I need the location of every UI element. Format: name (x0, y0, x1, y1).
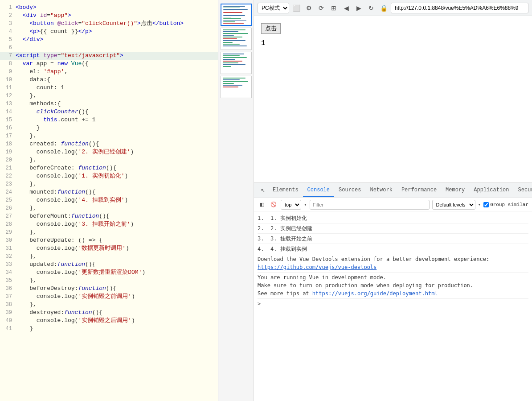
code-line-28: 28 console.log('3. 挂载开始之前') (0, 220, 218, 228)
line-number: 3 (0, 20, 16, 28)
device-select[interactable]: PC模式 (258, 3, 289, 13)
line-code: <script type="text/javascript"> (16, 52, 218, 60)
line-code: }, (16, 156, 218, 164)
line-number: 11 (0, 84, 16, 92)
code-line-30: 30 beforeUpdate: () => { (0, 236, 218, 244)
group-similar-label[interactable]: Group similar (483, 202, 528, 207)
line-code: console.log('数据更新时调用') (16, 244, 218, 252)
thumbnail-panel (218, 0, 254, 401)
line-code: this.count += 1 (16, 116, 218, 124)
thumbnail-4[interactable] (221, 76, 252, 98)
code-line-36: 36 beforeDestroy:function(){ (0, 285, 218, 293)
code-line-16: 16 } (0, 124, 218, 132)
code-line-26: 26 }, (0, 204, 218, 212)
page-count: 1 (261, 39, 525, 47)
tab-memory[interactable]: Memory (441, 184, 469, 197)
tab-security[interactable]: Security (514, 184, 532, 197)
refresh-btn[interactable]: ↻ (366, 3, 376, 13)
vue-mode-msg: You are running Vue in development mode.… (258, 273, 528, 299)
line-code: el: '#app', (16, 68, 218, 76)
code-line-17: 17 }, (0, 132, 218, 140)
code-line-39: 39 destroyed:function(){ (0, 309, 218, 317)
code-line-20: 20 }, (0, 156, 218, 164)
line-code: console.log('更新数据重新渲染DOM') (16, 269, 218, 277)
fullscreen-btn[interactable]: ⊞ (328, 3, 339, 13)
line-code: }, (16, 228, 218, 236)
code-line-11: 11 count: 1 (0, 84, 218, 92)
line-code: }, (16, 252, 218, 260)
code-line-22: 22 console.log('1. 实例初始化') (0, 172, 218, 180)
settings-btn[interactable]: ⚙ (303, 3, 314, 13)
code-line-35: 35 }, (0, 277, 218, 285)
console-clear-btn[interactable]: 🚫 (269, 200, 278, 209)
code-line-32: 32 }, (0, 252, 218, 260)
code-line-23: 23 }, (0, 180, 218, 188)
secure-btn[interactable]: 🔒 (378, 3, 389, 13)
line-code: console.log('2. 实例已经创建') (16, 148, 218, 156)
context-select[interactable]: top (281, 200, 301, 210)
line-number: 34 (0, 269, 16, 277)
code-line-13: 13 methods:{ (0, 100, 218, 108)
line-code: <p>{{ count }}</p> (16, 28, 218, 36)
line-number: 37 (0, 293, 16, 301)
screenshot-btn[interactable]: ⬜ (291, 3, 302, 13)
code-line-41: 41 } (0, 325, 218, 333)
code-line-15: 15 this.count += 1 (0, 116, 218, 124)
code-line-3: 3 <button @click="clickCounter()">点击</bu… (0, 20, 218, 28)
levels-dropdown-arrow[interactable]: ▾ (478, 202, 481, 207)
line-number: 39 (0, 309, 16, 317)
line-number: 33 (0, 260, 16, 269)
tab-application[interactable]: Application (469, 184, 513, 197)
code-line-29: 29 }, (0, 228, 218, 236)
code-line-8: 8 var app = new Vue({ (0, 60, 218, 68)
rotate-btn[interactable]: ⟳ (316, 3, 327, 13)
filter-input[interactable] (310, 200, 430, 210)
tab-network[interactable]: Network (365, 184, 397, 197)
code-line-14: 14 clickCounter(){ (0, 108, 218, 116)
line-code: <button @click="clickCounter()">点击</butt… (16, 20, 218, 28)
line-code: beforeDestroy:function(){ (16, 285, 218, 293)
line-number: 32 (0, 252, 16, 260)
tab-sources[interactable]: Sources (334, 184, 365, 197)
devtools-tabbar: ↖ Elements Console Sources Network Perfo… (254, 183, 532, 198)
line-code: destroyed:function(){ (16, 309, 218, 317)
console-sidebar-btn[interactable]: ◧ (258, 200, 266, 209)
line-number: 10 (0, 76, 16, 84)
console-prompt[interactable] (258, 301, 528, 307)
thumbnail-1[interactable] (221, 4, 252, 26)
code-line-9: 9 el: '#app', (0, 68, 218, 76)
group-similar-checkbox[interactable] (483, 202, 489, 207)
line-code: created: function(){ (16, 140, 218, 148)
line-number: 16 (0, 124, 16, 132)
line-number: 6 (0, 44, 16, 52)
devtools-inspect-btn[interactable]: ↖ (258, 185, 268, 196)
line-code: methods:{ (16, 100, 218, 108)
line-number: 28 (0, 220, 16, 228)
tab-performance[interactable]: Performance (397, 184, 441, 197)
thumbnail-3[interactable] (221, 52, 252, 74)
thumbnail-2[interactable] (221, 28, 252, 50)
tab-console[interactable]: Console (303, 184, 334, 197)
line-code: console.log('1. 实例初始化') (16, 172, 218, 180)
code-line-6: 6 (0, 44, 218, 52)
tab-elements[interactable]: Elements (268, 184, 303, 197)
back-btn[interactable]: ◀ (341, 3, 352, 13)
line-code: var app = new Vue({ (16, 60, 218, 68)
line-code: </div> (16, 36, 218, 44)
context-dropdown-arrow[interactable]: ▾ (304, 202, 307, 207)
vue-guide-link[interactable]: https://vuejs.org/guide/deployment.html (312, 290, 438, 297)
default-levels-select[interactable]: Default levels (432, 200, 475, 210)
line-number: 14 (0, 108, 16, 116)
code-line-34: 34 console.log('更新数据重新渲染DOM') (0, 269, 218, 277)
line-number: 27 (0, 212, 16, 220)
line-code: console.log('实例销毁之后调用') (16, 317, 218, 325)
vue-devtools-link[interactable]: https://github.com/vuejs/vue-devtools (258, 264, 376, 270)
forward-btn[interactable]: ▶ (353, 3, 364, 13)
console-toolbar: ◧ 🚫 top ▾ Default levels ▾ Group similar (254, 198, 532, 211)
console-msg-2: 2. 2. 实例已经创建 (258, 223, 528, 234)
line-number: 8 (0, 60, 16, 68)
page-click-button[interactable]: 点击 (261, 23, 281, 34)
code-line-1: 1<body> (0, 4, 218, 12)
address-bar[interactable] (391, 3, 528, 13)
line-code: }, (16, 301, 218, 309)
